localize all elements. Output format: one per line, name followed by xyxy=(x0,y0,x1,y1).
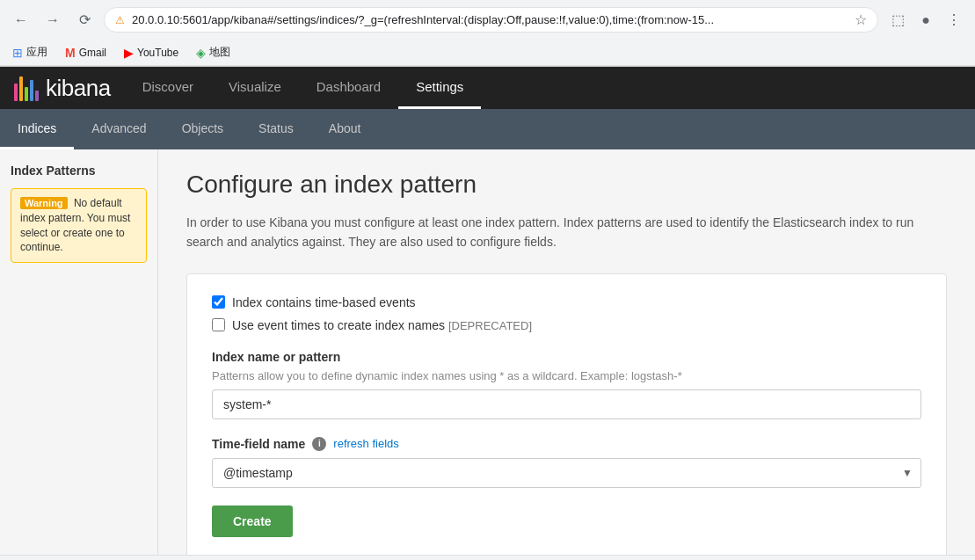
profile-button[interactable]: ● xyxy=(913,8,938,33)
browser-toolbar: ← → ⟳ ⚠ 20.0.0.10:5601/app/kibana#/setti… xyxy=(0,0,975,40)
refresh-fields-link[interactable]: refresh fields xyxy=(333,437,398,450)
back-button[interactable]: ← xyxy=(9,8,33,33)
bookmark-gmail-label: Gmail xyxy=(79,47,106,59)
nav-dashboard[interactable]: Dashboard xyxy=(299,67,398,109)
logo-bar-3 xyxy=(25,87,28,101)
nav-discover[interactable]: Discover xyxy=(125,67,211,109)
kibana-logo-bars xyxy=(14,75,39,101)
deprecated-badge: [DEPRECATED] xyxy=(448,319,532,332)
index-name-section: Index name or pattern Patterns allow you… xyxy=(212,350,921,419)
maps-icon: ◈ xyxy=(196,46,206,60)
forward-button[interactable]: → xyxy=(40,8,65,33)
page-title: Configure an index pattern xyxy=(186,171,947,199)
bookmark-youtube[interactable]: ▶ YouTube xyxy=(120,44,182,62)
youtube-icon: ▶ xyxy=(124,46,134,60)
url-text: 20.0.0.10:5601/app/kibana#/settings/indi… xyxy=(132,13,848,26)
bookmark-maps-label: 地图 xyxy=(209,45,230,60)
bookmark-apps-label: 应用 xyxy=(26,45,47,60)
bookmark-maps[interactable]: ◈ 地图 xyxy=(193,43,234,62)
bookmark-youtube-label: YouTube xyxy=(137,47,178,59)
nav-settings[interactable]: Settings xyxy=(398,67,481,109)
bookmarks-bar: ⊞ 应用 M Gmail ▶ YouTube ◈ 地图 xyxy=(0,40,975,66)
time-field-select-wrapper: @timestamp ▼ xyxy=(212,458,921,488)
logo-bar-2 xyxy=(19,76,23,101)
address-bar[interactable]: ⚠ 20.0.0.10:5601/app/kibana#/settings/in… xyxy=(104,7,878,33)
apps-icon: ⊞ xyxy=(12,46,23,60)
time-field-label: Time-field name xyxy=(212,437,305,451)
kibana-logo[interactable]: kibana xyxy=(0,67,125,109)
security-icon: ⚠ xyxy=(115,14,125,26)
page-description: In order to use Kibana you must configur… xyxy=(186,213,947,252)
warning-badge: Warning xyxy=(20,197,68,209)
bookmark-star-icon[interactable]: ☆ xyxy=(855,11,867,28)
logo-bar-5 xyxy=(35,91,39,101)
sidebar: Index Patterns Warning No default index … xyxy=(0,149,158,555)
kibana-header: kibana Discover Visualize Dashboard Sett… xyxy=(0,67,975,109)
create-button[interactable]: Create xyxy=(212,505,293,537)
subnav-indices[interactable]: Indices xyxy=(0,109,74,149)
time-based-row: Index contains time-based events xyxy=(212,295,921,309)
refresh-button[interactable]: ⟳ xyxy=(72,8,97,33)
sidebar-title: Index Patterns xyxy=(11,164,147,178)
time-based-label[interactable]: Index contains time-based events xyxy=(232,295,416,309)
event-times-checkbox[interactable] xyxy=(212,318,225,331)
event-times-row: Use event times to create index names [D… xyxy=(212,318,921,332)
time-based-checkbox[interactable] xyxy=(212,295,225,309)
time-field-row: Time-field name i refresh fields xyxy=(212,437,921,451)
subnav-about[interactable]: About xyxy=(311,109,379,149)
subnav-advanced[interactable]: Advanced xyxy=(74,109,164,149)
warning-box: Warning No default index pattern. You mu… xyxy=(11,188,147,263)
logo-bar-1 xyxy=(14,84,18,101)
cast-button[interactable]: ⬚ xyxy=(885,8,910,33)
kibana-logo-text: kibana xyxy=(46,75,111,102)
settings-subnav: Indices Advanced Objects Status About xyxy=(0,109,975,149)
index-name-input[interactable] xyxy=(212,389,921,419)
subnav-status[interactable]: Status xyxy=(241,109,311,149)
gmail-icon: M xyxy=(65,46,76,60)
content-area: Configure an index pattern In order to u… xyxy=(158,149,975,555)
time-field-select[interactable]: @timestamp xyxy=(212,458,921,488)
browser-actions: ⬚ ● ⋮ xyxy=(885,8,966,33)
bookmark-gmail[interactable]: M Gmail xyxy=(62,44,110,62)
status-bar: https://blog.csdn.net/K_Y06_Xxx xyxy=(0,555,975,560)
main-layout: Index Patterns Warning No default index … xyxy=(0,149,975,555)
nav-visualize[interactable]: Visualize xyxy=(211,67,299,109)
menu-button[interactable]: ⋮ xyxy=(942,8,966,33)
form-card: Index contains time-based events Use eve… xyxy=(186,273,947,555)
kibana-nav: Discover Visualize Dashboard Settings xyxy=(125,67,482,109)
event-times-label[interactable]: Use event times to create index names [D… xyxy=(232,318,532,332)
info-icon[interactable]: i xyxy=(312,437,326,451)
logo-bar-4 xyxy=(30,80,33,101)
index-name-label: Index name or pattern xyxy=(212,350,921,364)
subnav-objects[interactable]: Objects xyxy=(164,109,241,149)
bookmark-apps[interactable]: ⊞ 应用 xyxy=(9,43,51,62)
index-name-hint: Patterns allow you to define dynamic ind… xyxy=(212,369,921,382)
browser-chrome: ← → ⟳ ⚠ 20.0.0.10:5601/app/kibana#/setti… xyxy=(0,0,975,67)
